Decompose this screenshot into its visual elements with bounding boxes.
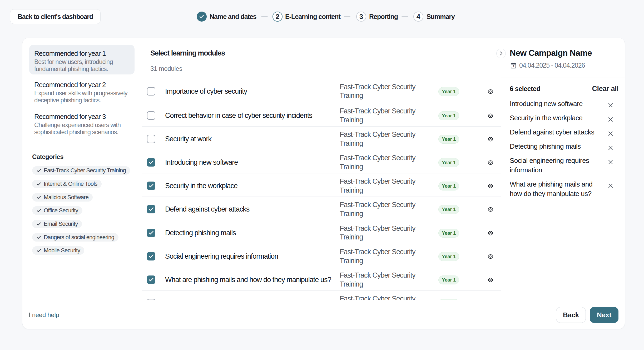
svg-text:1: 1 bbox=[513, 65, 514, 68]
